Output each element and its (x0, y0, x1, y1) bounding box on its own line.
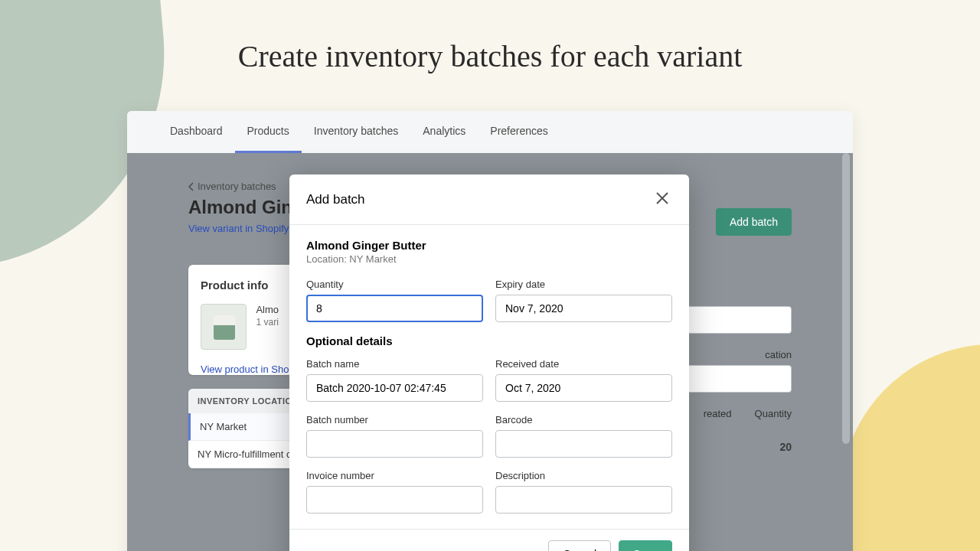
barcode-input[interactable] (495, 430, 672, 458)
product-name-truncated: Almo (256, 304, 279, 315)
tab-analytics[interactable]: Analytics (410, 111, 478, 153)
invoice-label: Invoice number (306, 470, 483, 481)
modal-location: Location: NY Market (306, 253, 672, 265)
tab-products[interactable]: Products (235, 111, 302, 153)
add-batch-button[interactable]: Add batch (716, 208, 792, 236)
expiry-label: Expiry date (495, 279, 672, 290)
received-input[interactable] (495, 374, 672, 402)
quantity-input[interactable] (306, 295, 483, 322)
expiry-input[interactable] (495, 295, 672, 322)
bg-col-created: reated (704, 408, 732, 419)
quantity-label: Quantity (306, 279, 483, 290)
invoice-input[interactable] (306, 486, 483, 514)
product-thumbnail (201, 304, 247, 350)
optional-heading: Optional details (306, 334, 672, 347)
bg-col-quantity: Quantity (755, 408, 792, 419)
modal-title: Add batch (306, 192, 365, 207)
add-batch-modal: Add batch Almond Ginger Butter Location:… (289, 174, 689, 551)
description-input[interactable] (495, 486, 672, 514)
page-headline: Create inventory batches for each varian… (0, 0, 980, 74)
tab-preferences[interactable]: Preferences (478, 111, 560, 153)
cancel-button[interactable]: Cancel (548, 540, 611, 551)
tab-inventory-batches[interactable]: Inventory batches (302, 111, 411, 153)
app-frame: Dashboard Products Inventory batches Ana… (127, 111, 853, 551)
save-button[interactable]: Save (619, 540, 672, 551)
close-button[interactable] (652, 188, 672, 210)
chevron-left-icon (188, 182, 194, 191)
received-label: Received date (495, 358, 672, 370)
close-icon (655, 191, 669, 205)
modal-product-name: Almond Ginger Butter (306, 239, 672, 252)
batch-name-label: Batch name (306, 358, 483, 370)
tab-dashboard[interactable]: Dashboard (158, 111, 235, 153)
barcode-label: Barcode (495, 414, 672, 425)
batch-number-label: Batch number (306, 414, 483, 425)
batch-name-input[interactable] (306, 374, 483, 402)
description-label: Description (495, 470, 672, 481)
variant-count: 1 vari (256, 317, 279, 328)
nav-tabs: Dashboard Products Inventory batches Ana… (127, 111, 853, 153)
batch-number-input[interactable] (306, 430, 483, 458)
